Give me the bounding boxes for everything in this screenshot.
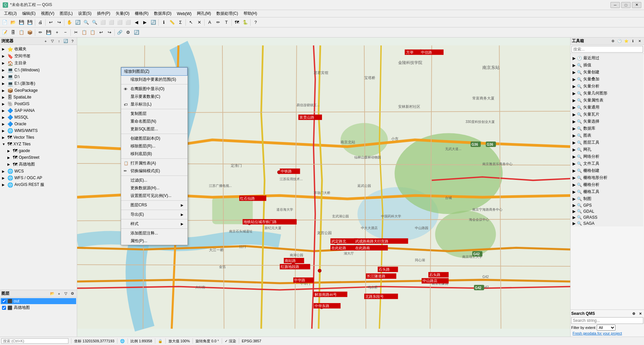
deselect-button[interactable]: ✕ xyxy=(195,18,203,26)
menu-item-database[interactable]: 数据库(D) xyxy=(151,10,174,17)
add-vertex-button[interactable]: + xyxy=(53,28,61,37)
layer-options-button[interactable]: ⚙ xyxy=(69,291,75,297)
toolbox-group-raster-terrain[interactable]: ▶🔍栅格地形分析 xyxy=(571,174,643,181)
zoom-out-button[interactable]: 🔍 xyxy=(91,18,99,26)
browser-help-button[interactable]: ? xyxy=(69,38,75,44)
context-menu-header[interactable]: 缩放到图层(Z) xyxy=(121,67,187,76)
status-search-input[interactable] xyxy=(1,338,68,344)
edit-toggle-button[interactable]: ✏ xyxy=(36,28,44,37)
menu-item-vector[interactable]: 矢量(O) xyxy=(113,10,132,17)
tree-expand-mssql[interactable]: ▶ xyxy=(2,116,6,119)
toolbox-icon1[interactable]: ⚙ xyxy=(610,38,616,44)
toolbox-group-layer-tools[interactable]: ▶🔍图层工具 xyxy=(571,139,643,146)
save-project-button[interactable]: 💾 xyxy=(17,18,25,26)
qms-filter-select[interactable]: All Extent None xyxy=(597,325,615,331)
browser-item-oracle[interactable]: ▶🔷Oracle xyxy=(1,121,76,127)
browser-item-wcs[interactable]: ▶🌐WCS xyxy=(1,168,76,175)
tree-expand-spatial-bookmarks[interactable]: ▶ xyxy=(2,54,6,58)
toolbox-group-network[interactable]: ▶🔍网孔 xyxy=(571,146,643,153)
toolbox-icon2[interactable]: 🕐 xyxy=(616,38,623,44)
zoom-next-button[interactable]: ▶ xyxy=(141,18,149,26)
browser-item-spatial-bookmarks[interactable]: ▶🔖空间书签 xyxy=(1,53,76,60)
ctx-remove-layer[interactable]: 移除图层(R)... xyxy=(121,142,187,150)
tree-expand-geopackage[interactable]: ▶ xyxy=(2,89,6,92)
paste-features-button[interactable]: 📋 xyxy=(89,28,97,37)
select-button[interactable]: ↖ xyxy=(187,18,195,26)
browser-item-e-drive[interactable]: ▶💻E:\ (新加卷) xyxy=(1,80,76,87)
browser-item-geopackage[interactable]: ▶📦GeoPackage xyxy=(1,87,76,94)
delete-vertex-button[interactable]: − xyxy=(61,28,69,37)
new-temp-button[interactable]: 📋 xyxy=(17,28,25,37)
tree-expand-wms-wmts[interactable]: ▶ xyxy=(2,129,6,133)
toolbox-group-file-tools[interactable]: ▶🔍文件工具 xyxy=(571,160,643,167)
toolbox-group-vector-add[interactable]: ▶🔍矢量叠加 xyxy=(571,76,643,83)
toolbox-group-vector-select[interactable]: ▶🔍矢量选择 xyxy=(571,118,643,125)
filter-layer-button[interactable]: ▽ xyxy=(63,291,69,297)
python-button[interactable]: 🐍 xyxy=(241,18,249,26)
browser-item-d-drive[interactable]: ▶💻D:\ xyxy=(1,73,76,80)
menu-item-web[interactable]: Web(W) xyxy=(174,11,194,17)
tree-expand-openstreet[interactable]: ▶ xyxy=(7,156,11,159)
toolbox-group-vector-attr[interactable]: ▶🔍矢量属性表 xyxy=(571,97,643,104)
browser-add-button[interactable]: + xyxy=(43,38,49,44)
stats-button[interactable]: Σ xyxy=(176,18,184,26)
tree-expand-xyz-tiles[interactable]: ▼ xyxy=(2,142,6,146)
field-button[interactable]: T xyxy=(222,18,230,26)
tree-expand-postgis[interactable]: ▶ xyxy=(2,102,6,106)
ctx-set-scale[interactable]: 设置图层可见比例(V)... xyxy=(121,192,187,200)
toolbox-group-cartography[interactable]: ▶🔍制图 xyxy=(571,195,643,202)
map-area[interactable]: 南京东站 金陵科技学院 常富商务大厦 宝塔桥 君君宾馆 安林新村社区 330度科… xyxy=(77,38,570,337)
minimize-button[interactable]: ─ xyxy=(610,2,620,8)
menu-item-help[interactable]: 帮助(H) xyxy=(241,10,260,17)
browser-item-home[interactable]: ▶🏠主目录 xyxy=(1,60,76,67)
zoom-full-button[interactable]: ⬜ xyxy=(99,18,107,26)
digitize-button[interactable]: ✏ xyxy=(214,18,222,26)
toolbox-group-gps[interactable]: ▶🔍GPS xyxy=(571,202,643,208)
toolbox-group-charts[interactable]: ▶🔍图表 xyxy=(571,132,643,139)
toolbox-group-database[interactable]: ▶🔍数据库 xyxy=(571,125,643,132)
qms-options[interactable]: ⚙ xyxy=(631,310,637,317)
ctx-copy-layer[interactable]: 复制图层 xyxy=(121,110,187,118)
toolbox-group-network-analysis[interactable]: ▶🔍网络分析 xyxy=(571,153,643,160)
toolbox-group-vector-analysis[interactable]: ▶🔍矢量分析 xyxy=(571,83,643,90)
toolbox-group-vector-general[interactable]: ▶🔍矢量通用 xyxy=(571,104,643,111)
toolbox-group-saga[interactable]: ▶🔍SAGA xyxy=(571,220,643,226)
new-geopackage-button[interactable]: 📦 xyxy=(26,28,34,37)
tree-expand-arcgis-rest[interactable]: ▶ xyxy=(2,183,6,187)
zoom-native-button[interactable]: ⬜ xyxy=(124,18,132,26)
toolbox-group-grass[interactable]: ▶🔍GRASS xyxy=(571,214,643,220)
snap-button[interactable]: 🔗 xyxy=(116,28,124,37)
toolbox-icon4[interactable]: ℹ xyxy=(630,38,636,44)
print-button[interactable]: 🖨 xyxy=(36,18,44,26)
browser-collapse-button[interactable]: ↑ xyxy=(56,38,62,44)
maximize-button[interactable]: □ xyxy=(621,2,631,8)
zoom-selection-button[interactable]: ⬜ xyxy=(107,18,115,26)
tree-expand-gaode[interactable]: ▶ xyxy=(7,149,11,153)
tree-expand-d-drive[interactable]: ▶ xyxy=(2,75,6,79)
toolbox-close[interactable]: ✕ xyxy=(637,38,643,44)
undo-button[interactable]: ↩ xyxy=(47,18,55,26)
toolbox-group-raster-create[interactable]: ▶🔍栅格创建 xyxy=(571,167,643,174)
menu-item-raster[interactable]: 栅格(R) xyxy=(132,10,151,17)
toolbox-group-raster-tools[interactable]: ▶🔍栅格工具 xyxy=(571,188,643,195)
ctx-zoom-to-selection[interactable]: 缩放到选中要素的范围(S) xyxy=(121,76,187,83)
layer-checkbox-out-layer[interactable] xyxy=(2,299,6,303)
ctx-update-datasource[interactable]: 更换数据源(H)... xyxy=(121,184,187,192)
toolbox-group-recent[interactable]: ▶🕐最近用过 xyxy=(571,55,643,62)
tree-expand-wfs-ogc[interactable]: ▶ xyxy=(2,176,6,180)
browser-item-wfs-ogc[interactable]: ▶🌐WFS / OGC AP xyxy=(1,175,76,181)
tree-expand-saphana[interactable]: ▶ xyxy=(2,109,6,113)
pan-button[interactable]: ✋ xyxy=(65,18,73,26)
menu-item-project[interactable]: 工程(J) xyxy=(1,10,19,17)
copy-features-button[interactable]: 📋 xyxy=(80,28,88,37)
layer-item-gaode-layer[interactable]: ⬛高德地图 xyxy=(1,304,76,311)
menu-item-layer[interactable]: 图层(L) xyxy=(57,10,75,17)
qms-search-input[interactable] xyxy=(571,317,643,324)
menu-item-view[interactable]: 视图(V) xyxy=(38,10,57,17)
ctx-rename-layer[interactable]: 重命名图层(N) xyxy=(121,118,187,125)
browser-item-postgis[interactable]: ▶🐘PostGIS xyxy=(1,100,76,107)
measure-button[interactable]: 📏 xyxy=(168,18,176,26)
browser-item-xyz-tiles[interactable]: ▼🗺XYZ Tiles xyxy=(1,141,76,147)
ctx-show-label[interactable]: 🏷 显示标注(L) xyxy=(121,100,187,108)
layer-item-out-layer[interactable]: ⬛out xyxy=(1,298,76,304)
